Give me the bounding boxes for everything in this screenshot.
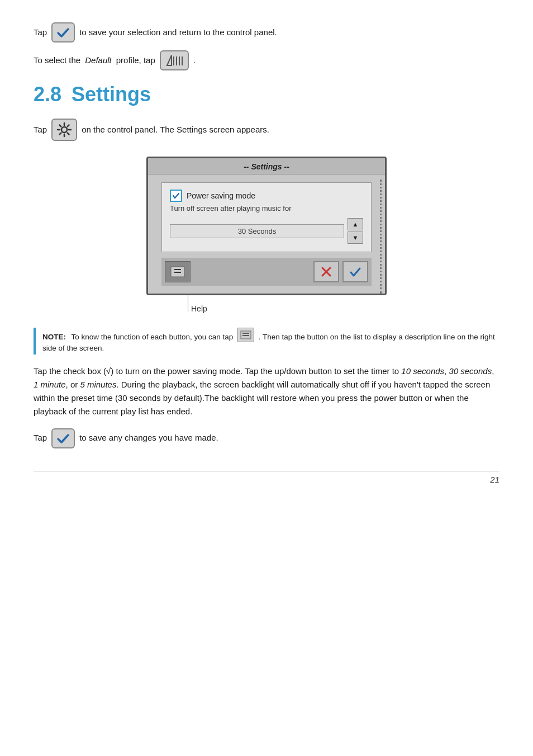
svg-marker-0	[167, 55, 172, 65]
tap-label-1: Tap	[34, 26, 47, 39]
svg-line-13	[60, 133, 61, 135]
svg-line-10	[60, 125, 61, 127]
period: .	[193, 54, 196, 67]
gear-icon-box	[51, 119, 77, 141]
settings-body: Power saving mode Turn off screen after …	[148, 174, 385, 294]
help-icon	[170, 266, 185, 278]
note-help-icon	[240, 330, 251, 339]
svg-line-12	[68, 125, 69, 127]
note-text1: To know the function of each button, you…	[72, 333, 234, 341]
line2-prefix: To select the	[34, 54, 80, 67]
help-button[interactable]	[165, 261, 191, 282]
settings-content-area: Power saving mode Turn off screen after …	[161, 182, 372, 252]
tap-gear-suffix: on the control panel. The Settings scree…	[82, 124, 269, 136]
settings-window-wrap: -- Settings -- Power saving mode Turn of…	[34, 157, 499, 318]
help-label-wrap: Help	[146, 295, 387, 318]
svg-line-11	[68, 133, 69, 135]
body-italic1: 10 seconds	[401, 366, 444, 376]
profile-icon-box	[160, 50, 189, 70]
cancel-icon	[320, 266, 332, 278]
body-text1: Tap the check box (√) to turn on the pow…	[34, 366, 401, 376]
profile-icon	[164, 53, 185, 68]
body-italic2: 30 seconds	[449, 366, 492, 376]
checkmark-icon-2	[56, 431, 70, 446]
checkmark-icon-box-2	[51, 428, 75, 448]
body-italic3: 1 minute	[34, 380, 66, 389]
note-label: NOTE:	[42, 333, 66, 341]
ok-button[interactable]	[342, 261, 368, 282]
timer-row: 30 Seconds ▲ ▼	[170, 218, 363, 244]
checkbox-check	[172, 192, 180, 200]
footer-right	[313, 261, 368, 282]
body-paragraph: Tap the check box (√) to turn on the pow…	[34, 365, 499, 418]
settings-titlebar: -- Settings --	[148, 158, 385, 174]
line1-suffix: to save your selection and return to the…	[79, 26, 277, 39]
turn-off-label: Turn off screen after playing music for	[170, 204, 363, 212]
help-label: Help	[191, 304, 207, 313]
tap-gear-line: Tap on the control panel. The Settings s…	[34, 119, 499, 141]
arrow-down-button[interactable]: ▼	[348, 231, 363, 244]
line2-suffix: profile, tap	[116, 54, 155, 67]
section-heading: 2.8 Settings	[34, 83, 499, 106]
checkmark-icon-box-1	[51, 22, 75, 42]
arrow-up-button[interactable]: ▲	[348, 218, 363, 230]
svg-point-5	[61, 127, 67, 133]
note-help-icon-box	[237, 328, 254, 342]
checkmark-icon-1	[56, 25, 70, 40]
help-line	[188, 295, 188, 312]
section-number: 2.8	[34, 83, 61, 106]
power-saving-checkbox[interactable]	[170, 190, 182, 202]
bottom-bar: 21	[34, 471, 499, 484]
settings-footer	[161, 258, 372, 286]
section-title: Settings	[72, 83, 151, 106]
timer-display: 30 Seconds	[170, 224, 344, 238]
note-content: NOTE: To know the function of each butto…	[42, 328, 499, 355]
body-text4: , or	[66, 380, 80, 389]
ok-icon	[349, 266, 361, 278]
default-word: Default	[85, 54, 112, 67]
settings-window: -- Settings -- Power saving mode Turn of…	[146, 157, 387, 295]
power-saving-row: Power saving mode	[170, 190, 363, 202]
tap-label-3: Tap	[34, 432, 47, 445]
tap-save-line: Tap to save any changes you have made.	[34, 428, 499, 448]
line1: Tap to save your selection and return to…	[34, 22, 499, 42]
gear-icon	[56, 121, 73, 138]
svg-rect-19	[241, 331, 251, 339]
page-number: 21	[490, 475, 499, 484]
tap-label-2: Tap	[34, 124, 47, 136]
cancel-button[interactable]	[313, 261, 339, 282]
note-box: NOTE: To know the function of each butto…	[34, 328, 499, 355]
arrow-buttons: ▲ ▼	[348, 218, 363, 244]
power-saving-label: Power saving mode	[187, 191, 255, 200]
body-italic4: 5 minutes	[80, 380, 116, 389]
body-text3: ,	[492, 366, 494, 376]
line2: To select the Default profile, tap .	[34, 50, 499, 70]
tap-save-suffix: to save any changes you have made.	[79, 432, 218, 445]
